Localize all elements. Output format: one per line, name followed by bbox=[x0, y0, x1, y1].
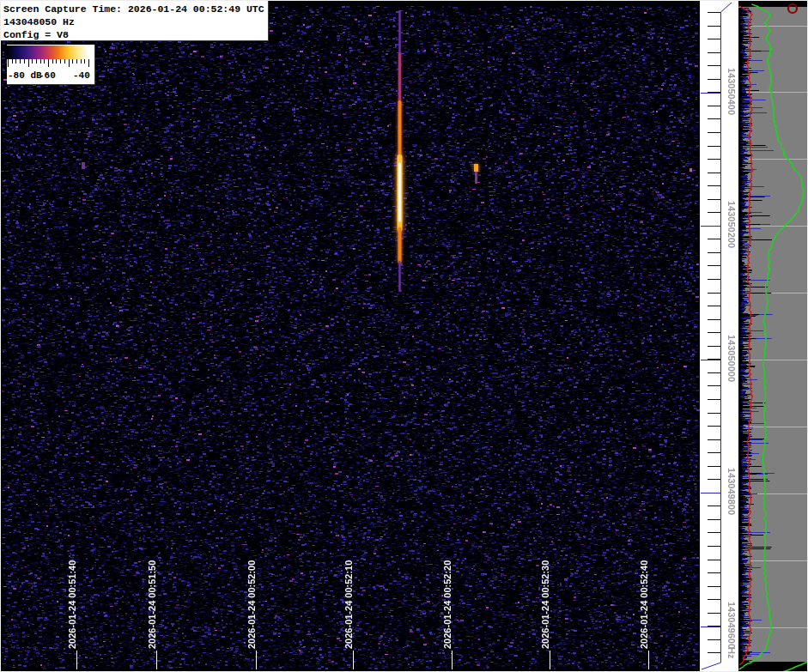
frequency-axis-label: 143050400 bbox=[726, 68, 737, 115]
spectrum-graph-panel bbox=[738, 1, 807, 671]
frequency-axis-label: 143049800 bbox=[726, 468, 737, 515]
time-axis-label: 2026-01-24 00:52:40 bbox=[639, 560, 649, 649]
time-axis-label: 2026-01-24 00:52:00 bbox=[246, 560, 257, 649]
time-axis-tick bbox=[76, 651, 77, 669]
time-axis-tick bbox=[353, 651, 354, 669]
time-axis-tick bbox=[256, 651, 257, 669]
colorbar-label-max: -40 bbox=[73, 70, 90, 81]
frequency-axis-label: 143050000 bbox=[726, 335, 737, 382]
config-text: Config = V8 bbox=[3, 28, 265, 41]
frequency-axis-label: 143050200 bbox=[726, 201, 737, 248]
capture-info-box: Screen Capture Time: 2026-01-24 00:52:49… bbox=[1, 1, 269, 41]
frequency-axis-label: 143049600 bbox=[726, 602, 737, 649]
time-axis-label: 2026-01-24 00:52:30 bbox=[540, 560, 550, 649]
time-axis-label: 2026-01-24 00:52:10 bbox=[343, 560, 354, 649]
screen-capture-frame: Screen Capture Time: 2026-01-24 00:52:49… bbox=[0, 0, 808, 672]
time-axis-label: 2026-01-24 00:52:20 bbox=[442, 560, 453, 649]
colorbar-gradient bbox=[7, 45, 88, 59]
time-axis-label: 2026-01-24 00:51:40 bbox=[67, 560, 77, 649]
colorbar: -80 dB -60 -40 bbox=[7, 45, 95, 85]
colorbar-label-min: -80 dB bbox=[8, 70, 42, 81]
time-axis-tick bbox=[550, 651, 550, 669]
time-axis-tick bbox=[452, 651, 453, 669]
frequency-text: 143048050 Hz bbox=[3, 15, 265, 28]
colorbar-tick-ruler bbox=[7, 59, 94, 70]
frequency-axis-unit: Hz bbox=[726, 647, 737, 658]
time-axis-tick bbox=[156, 651, 157, 669]
colorbar-label-mid: -60 bbox=[39, 70, 56, 81]
time-axis-tick bbox=[648, 651, 649, 669]
time-axis-label: 2026-01-24 00:51:50 bbox=[147, 560, 157, 649]
capture-time-text: Screen Capture Time: 2026-01-24 00:52:49… bbox=[3, 3, 265, 15]
